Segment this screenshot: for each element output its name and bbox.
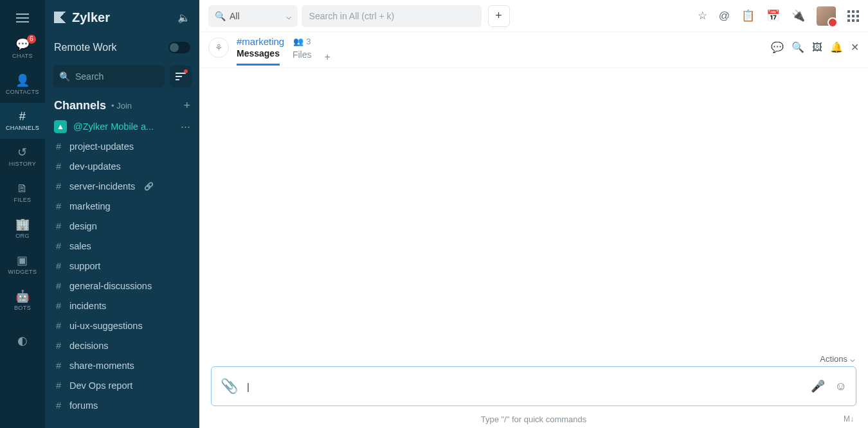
bot-icon: 🤖 (15, 290, 30, 302)
channel-item[interactable]: ▲@Zylker Mobile a...⋯ (45, 116, 199, 136)
channel-item[interactable]: #sales (45, 236, 199, 256)
people-icon: 👥 (293, 37, 303, 46)
history-icon: ↺ (17, 147, 27, 158)
emoji-icon[interactable]: ☺ (835, 380, 847, 393)
channel-item[interactable]: #decisions (45, 335, 199, 355)
hash-icon: # (54, 141, 63, 152)
member-count[interactable]: 👥 3 (293, 37, 311, 46)
apps-grid-icon[interactable] (847, 10, 859, 22)
channel-item[interactable]: #general-discussions (45, 276, 199, 296)
rail-channels[interactable]: # CHANNELS (0, 103, 45, 139)
plug-icon[interactable]: 🔌 (791, 9, 805, 22)
rail-more[interactable]: ◐ (0, 323, 45, 359)
channel-item[interactable]: #marketing (45, 196, 199, 216)
channel-item[interactable]: #design (45, 216, 199, 236)
channel-name: incidents (69, 301, 106, 311)
hash-icon: # (54, 161, 63, 172)
channel-item[interactable]: #share-moments (45, 355, 199, 375)
channel-name: dev-updates (69, 161, 121, 172)
notification-dot (184, 69, 188, 73)
channels-heading: Channels (54, 99, 106, 112)
channel-name: ui-ux-suggestions (69, 321, 143, 331)
hamburger-menu[interactable] (0, 5, 45, 31)
rail-bots[interactable]: 🤖 BOTS (0, 283, 45, 319)
brand-name: Zylker (72, 10, 171, 25)
channel-name: forums (69, 400, 98, 411)
reply-icon[interactable]: 💬 (771, 41, 784, 53)
search-icon: 🔍 (59, 71, 70, 82)
channel-name: server-incidents (69, 181, 135, 192)
main-panel: 🔍 All ⌵ Search in All (ctrl + k) + ☆ @ 📋… (199, 0, 868, 428)
channel-item[interactable]: #incidents (45, 296, 199, 316)
mentions-icon[interactable]: @ (719, 10, 730, 22)
channel-name: share-moments (69, 361, 134, 371)
hash-icon: # (54, 301, 63, 311)
remote-work-label: Remote Work (54, 42, 117, 53)
more-dots-icon[interactable]: ⋯ (181, 121, 190, 132)
hash-icon: # (54, 241, 63, 251)
rail-files[interactable]: 🗎 FILES (0, 175, 45, 211)
calendar-icon[interactable]: 📅 (766, 9, 780, 22)
bell-icon[interactable]: 🔔 (830, 41, 843, 53)
rail-contacts[interactable]: 👤 CONTACTS (0, 67, 45, 103)
org-icon: 🏢 (15, 218, 30, 230)
channel-name: decisions (69, 341, 108, 351)
search-channel-icon[interactable]: 🔍 (791, 41, 804, 53)
channel-item[interactable]: #ui-ux-suggestions (45, 316, 199, 335)
chevron-down-icon: ⌵ (286, 11, 291, 21)
rail-chats[interactable]: 6 💬 CHATS (0, 31, 45, 67)
message-input[interactable] (247, 367, 802, 406)
star-icon[interactable]: ☆ (698, 9, 707, 22)
rail-history[interactable]: ↺ HISTORY (0, 139, 45, 175)
actions-dropdown[interactable]: Actions ⌵ (820, 354, 855, 364)
media-icon[interactable]: 🖼 (812, 42, 822, 53)
rail-widgets[interactable]: ▣ WIDGETS (0, 247, 45, 283)
hash-icon: # (54, 281, 63, 291)
channel-avatar: ⚘ (208, 37, 229, 58)
rail-org[interactable]: 🏢 ORG (0, 211, 45, 247)
hash-icon: # (54, 361, 63, 371)
join-link[interactable]: Join (111, 101, 132, 111)
global-search-input[interactable]: Search in All (ctrl + k) (302, 5, 482, 27)
channel-item[interactable]: #server-incidents🔗 (45, 176, 199, 196)
channel-item[interactable]: #project-updates (45, 136, 199, 156)
remote-work-toggle[interactable] (168, 42, 190, 53)
hash-icon: # (54, 181, 63, 192)
add-channel-button[interactable]: + (183, 99, 190, 112)
hash-icon: # (54, 380, 63, 391)
channel-item[interactable]: #support (45, 256, 199, 276)
channel-item[interactable]: #Dev Ops report (45, 375, 199, 395)
microphone-icon[interactable]: 🎤 (811, 379, 825, 393)
channel-title[interactable]: #marketing (237, 36, 284, 47)
hash-icon: # (54, 201, 63, 211)
brand-logo (54, 12, 66, 23)
search-scope-dropdown[interactable]: 🔍 All ⌵ (208, 5, 298, 27)
sidebar-search[interactable]: 🔍 Search (53, 66, 165, 87)
channel-name: design (69, 221, 97, 231)
messages-area (199, 68, 868, 354)
channel-name: sales (69, 241, 91, 251)
add-tab-button[interactable]: + (488, 5, 510, 27)
tab-files[interactable]: Files (293, 49, 312, 65)
speaker-icon[interactable]: 🔈 (177, 12, 190, 24)
channel-name: marketing (69, 201, 111, 211)
sort-button[interactable] (170, 66, 192, 87)
hash-icon: # (19, 111, 26, 122)
attachment-icon[interactable]: 📎 (221, 378, 238, 395)
link-icon: 🔗 (144, 182, 154, 191)
message-composer[interactable]: 📎 🎤 ☺ (211, 366, 856, 406)
clipboard-icon[interactable]: 📋 (741, 9, 755, 22)
add-tab-icon[interactable]: + (325, 51, 330, 63)
markdown-indicator[interactable]: M↓ (844, 415, 854, 424)
channel-item[interactable]: #dev-updates (45, 156, 199, 176)
channel-header: ⚘ #marketing 👥 3 Messages Files + 💬 (199, 32, 868, 68)
unread-badge: 6 (27, 35, 36, 44)
channel-list[interactable]: ▲@Zylker Mobile a...⋯#project-updates#de… (45, 116, 199, 428)
close-icon[interactable]: ✕ (851, 41, 859, 53)
user-avatar[interactable] (817, 6, 836, 26)
channel-item[interactable]: #forums (45, 395, 199, 415)
tab-messages[interactable]: Messages (237, 48, 280, 66)
hash-icon: # (54, 321, 63, 331)
hash-icon: # (54, 221, 63, 231)
theme-icon: ◐ (17, 335, 28, 346)
